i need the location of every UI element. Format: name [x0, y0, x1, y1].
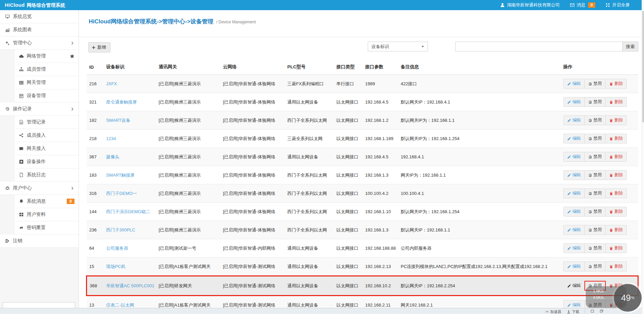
window-tool-2[interactable] — [600, 309, 603, 313]
toggle-icon — [588, 173, 592, 177]
delete-button[interactable]: 删除 — [606, 134, 626, 143]
device-link[interactable]: 华辰智通AC 500PLC001 — [106, 283, 154, 288]
disable-button[interactable]: 禁用 — [585, 97, 606, 107]
accelerator-button[interactable]: 加速器 — [545, 309, 561, 314]
delete-button[interactable]: 删除 — [606, 116, 626, 125]
trash-icon — [609, 82, 613, 86]
delete-button[interactable]: 删除 — [606, 225, 626, 234]
filter-field-select[interactable]: 设备标识 — [368, 42, 428, 51]
device-link[interactable]: 1234 — [106, 136, 116, 141]
device-link[interactable]: 现场PC机 — [106, 264, 126, 269]
sidebar-item-system-message[interactable]: 系统消息0 — [15, 195, 79, 208]
disable-button[interactable]: 禁用 — [585, 225, 606, 234]
disable-button[interactable]: 禁用 — [585, 244, 606, 253]
sidebar-item-admin-center[interactable]: 管理中心 — [0, 37, 79, 50]
fullscreen-button[interactable]: 开启全屏 — [605, 2, 630, 8]
messages-button[interactable]: 消息 0 — [570, 2, 595, 8]
cell-remark: 192.168.4.1 — [398, 148, 561, 166]
device-link[interactable]: 仪表二-以太网 — [106, 302, 134, 308]
edit-button[interactable]: 编辑 — [564, 189, 585, 198]
disable-button[interactable]: 禁用 — [585, 134, 606, 143]
sidebar-item-system-log[interactable]: 系统日志 — [15, 169, 79, 182]
delete-button[interactable]: 删除 — [606, 189, 626, 198]
edit-button[interactable]: 编辑 — [564, 97, 585, 107]
cell-remark: PC连接到模块的LAN口,PC的IP配置成192.168.2.13,网关配置成1… — [398, 257, 561, 276]
disable-button[interactable]: 禁用 — [585, 171, 606, 180]
company-account[interactable]: 湖南华辰智通科技有限公司 — [500, 2, 560, 8]
delete-button[interactable]: 删除 — [606, 207, 626, 216]
table-row-64: 64公司服务器[已启用]测试架一号[已启用]华辰智通-内部网络通用以太网设备以太… — [87, 239, 638, 257]
cell-network: [已启用]华辰智通-体验网络 — [220, 111, 285, 130]
device-link[interactable]: SMART设备 — [106, 118, 130, 123]
search-button[interactable]: 搜索 — [622, 42, 638, 51]
delete-button[interactable]: 删除 — [606, 262, 626, 271]
search-input[interactable] — [455, 42, 622, 51]
cell-id: 316 — [87, 184, 104, 203]
delete-button[interactable]: 删除 — [606, 171, 626, 180]
disable-button[interactable]: 禁用 — [585, 152, 606, 161]
device-link[interactable]: SMART触摸屏 — [106, 173, 135, 178]
cell-device-name: SMART触摸屏 — [104, 166, 156, 184]
pencil-icon — [567, 284, 571, 288]
sidebar-item-user-profile[interactable]: 用户资料 — [15, 208, 79, 221]
disable-button[interactable]: 禁用 — [585, 79, 606, 88]
chevron-right-icon — [71, 186, 74, 190]
edit-button[interactable]: 编辑 — [564, 79, 585, 88]
device-link[interactable]: 西门子DEMO一 — [106, 191, 137, 196]
download-button[interactable]: 下载 — [567, 309, 579, 314]
trash-icon — [609, 228, 613, 232]
page-scrollbar[interactable] — [642, 0, 644, 314]
disable-button[interactable]: 禁用 — [585, 262, 606, 271]
cell-network: [已启用]华辰智通-体验网络 — [220, 166, 285, 184]
sidebar-item-member-mgmt[interactable]: 成员管理 — [15, 63, 79, 76]
disable-button[interactable]: 禁用 — [585, 189, 606, 198]
disable-button[interactable]: 禁用 — [585, 116, 606, 125]
edit-button[interactable]: 编辑 — [564, 207, 585, 216]
sidebar-item-network-mgmt[interactable]: 网络管理 — [15, 50, 79, 63]
sidebar-item-system-overview[interactable]: 系统总览 — [0, 10, 79, 23]
edit-button[interactable]: 编辑 — [564, 225, 585, 234]
cell-actions: 编辑禁用删除 — [561, 130, 638, 148]
edit-button[interactable]: 编辑 — [564, 262, 585, 271]
sidebar: 系统总览系统图表管理中心网络管理成员管理网关管理设备管理操作记录管理记录成员接入… — [0, 10, 79, 314]
window-tool-1[interactable] — [591, 309, 594, 313]
device-link[interactable]: 西门子演示DEMO箱二 — [106, 209, 150, 214]
edit-button[interactable]: 编辑 — [564, 244, 585, 253]
sidebar-item-logout[interactable]: 注销 — [0, 234, 79, 248]
device-link[interactable]: 公司服务器 — [106, 246, 128, 251]
cell-device-name: 摄像头 — [104, 148, 156, 166]
delete-button[interactable]: 删除 — [606, 244, 626, 253]
sidebar-item-system-charts[interactable]: 系统图表 — [0, 23, 79, 37]
edit-button[interactable]: 编辑 — [564, 116, 585, 125]
device-link[interactable]: 摄像头 — [106, 154, 120, 159]
delete-button[interactable]: 删除 — [606, 152, 626, 161]
device-link[interactable]: 西门子300PLC — [106, 227, 135, 232]
enable-button[interactable]: 启用 — [584, 281, 606, 291]
edit-button[interactable]: 编辑 — [564, 171, 585, 180]
delete-button[interactable]: 删除 — [606, 97, 626, 107]
scrollbar-thumb[interactable] — [642, 11, 644, 122]
edit-button[interactable]: 编辑 — [564, 281, 584, 291]
pencil-icon — [567, 155, 571, 159]
sidebar-item-gateway-mgmt[interactable]: 网关管理 — [15, 76, 79, 89]
disable-button[interactable]: 禁用 — [585, 207, 606, 216]
sidebar-item-password-reset[interactable]: 密码重置 — [15, 221, 79, 234]
sidebar-item-device-operation[interactable]: 设备操作 — [15, 155, 79, 169]
sidebar-item-user-center[interactable]: 用户中心 — [0, 182, 79, 195]
delete-button[interactable]: 删除 — [606, 79, 626, 88]
trash-icon — [609, 210, 613, 214]
device-link[interactable]: JXFX — [106, 81, 117, 86]
sidebar-item-member-access[interactable]: 成员接入 — [15, 129, 79, 142]
sidebar-item-gateway-access[interactable]: 网关接入 — [15, 142, 79, 155]
delete-button[interactable]: 删除 — [606, 281, 626, 291]
sidebar-item-label: 操作记录 — [13, 106, 32, 112]
device-link[interactable]: 昆仑通泰触摸屏 — [106, 99, 137, 105]
edit-button[interactable]: 编辑 — [564, 152, 585, 161]
edit-button[interactable]: 编辑 — [564, 134, 585, 143]
sidebar-item-admin-log[interactable]: 管理记录 — [15, 116, 79, 129]
sidebar-item-device-mgmt[interactable]: 设备管理 — [15, 89, 79, 103]
sidebar-item-operation-log[interactable]: 操作记录 — [0, 103, 79, 116]
sidebar-item-label: 注销 — [13, 238, 22, 244]
cell-actions: 编辑启用删除 — [561, 276, 638, 296]
add-device-button[interactable]: 新增 — [88, 42, 110, 52]
